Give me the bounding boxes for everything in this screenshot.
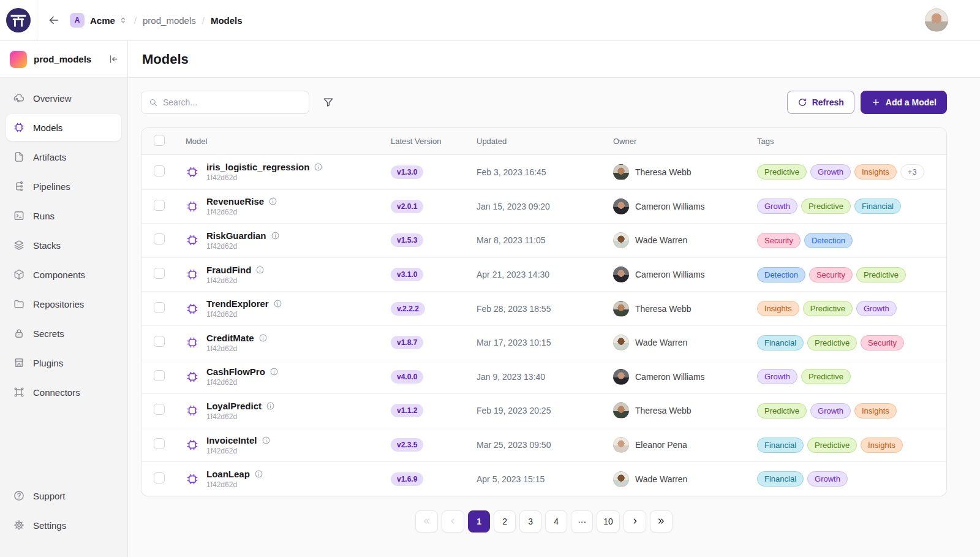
row-checkbox[interactable]	[154, 472, 165, 483]
add-model-button[interactable]: Add a Model	[861, 91, 947, 114]
user-avatar[interactable]	[925, 9, 948, 32]
tag-pill[interactable]: Growth	[810, 164, 851, 180]
model-name[interactable]: RevenueRise	[206, 196, 264, 207]
tag-pill[interactable]: Growth	[810, 403, 851, 419]
version-badge[interactable]: v2.3.5	[391, 438, 423, 452]
sidebar-item-secrets[interactable]: Secrets	[6, 320, 121, 347]
version-badge[interactable]: v1.5.3	[391, 233, 423, 247]
tag-pill[interactable]: Predictive	[757, 403, 807, 419]
tag-pill[interactable]: Growth	[757, 369, 797, 384]
model-name[interactable]: FraudFind	[206, 265, 251, 275]
model-name[interactable]: CashFlowPro	[206, 366, 265, 377]
tag-pill[interactable]: Financial	[757, 438, 804, 453]
sidebar-collapse-button[interactable]	[107, 53, 119, 65]
tag-pill[interactable]: Predictive	[757, 164, 807, 180]
row-checkbox[interactable]	[154, 302, 165, 313]
version-badge[interactable]: v1.3.0	[391, 165, 423, 179]
sidebar-item-plugins[interactable]: Plugins	[6, 349, 121, 376]
sidebar-item-stacks[interactable]: Stacks	[6, 232, 121, 259]
tag-pill[interactable]: Predictive	[801, 369, 851, 384]
page-button-4[interactable]: 4	[545, 510, 567, 532]
model-name[interactable]: LoyalPredict	[206, 401, 262, 411]
model-name[interactable]: TrendExplorer	[206, 298, 269, 309]
sidebar-item-pipelines[interactable]: Pipelines	[6, 173, 121, 200]
tag-pill[interactable]: Security	[757, 233, 801, 248]
row-checkbox[interactable]	[154, 200, 165, 211]
sidebar-item-support[interactable]: Support	[6, 482, 121, 509]
version-badge[interactable]: v1.1.2	[391, 404, 423, 417]
tag-pill[interactable]: Predictive	[803, 301, 853, 316]
version-badge[interactable]: v1.8.7	[391, 336, 423, 349]
page-button-next[interactable]	[624, 510, 646, 532]
page-button-1[interactable]: 1	[468, 510, 490, 532]
page-button-3[interactable]: 3	[519, 510, 541, 532]
project-name[interactable]: prod_models	[34, 54, 91, 64]
tag-pill[interactable]: Detection	[804, 233, 853, 248]
select-all-checkbox[interactable]	[154, 135, 165, 146]
tag-pill[interactable]: Growth	[807, 471, 848, 487]
filter-button[interactable]	[322, 96, 334, 108]
refresh-button[interactable]: Refresh	[787, 91, 854, 114]
tag-pill[interactable]: Predictive	[807, 335, 857, 350]
sidebar-item-components[interactable]: Components	[6, 261, 121, 288]
row-checkbox[interactable]	[154, 268, 165, 279]
row-checkbox[interactable]	[154, 336, 165, 347]
tag-pill[interactable]: Insights	[861, 438, 903, 453]
tag-pill[interactable]: Financial	[757, 335, 804, 350]
tag-pill[interactable]: Growth	[856, 301, 897, 316]
row-checkbox[interactable]	[154, 438, 165, 449]
info-icon[interactable]	[262, 436, 271, 445]
tag-pill[interactable]: Financial	[757, 471, 804, 487]
tag-pill[interactable]: Growth	[757, 199, 797, 214]
tag-pill[interactable]: Predictive	[807, 438, 857, 453]
org-name[interactable]: Acme	[90, 15, 115, 26]
tag-pill[interactable]: Detection	[757, 267, 805, 282]
row-checkbox[interactable]	[154, 233, 165, 244]
page-button-10[interactable]: 10	[597, 510, 620, 532]
version-badge[interactable]: v2.0.1	[391, 200, 423, 213]
tag-pill[interactable]: Predictive	[801, 199, 851, 214]
row-checkbox[interactable]	[154, 165, 165, 176]
sidebar-item-artifacts[interactable]: Artifacts	[6, 143, 121, 170]
breadcrumb-project[interactable]: prod_models	[143, 15, 196, 26]
page-button-first[interactable]	[415, 510, 438, 532]
sidebar-item-models[interactable]: Models	[6, 114, 121, 141]
tag-pill[interactable]: Insights	[757, 301, 799, 316]
info-icon[interactable]	[266, 401, 275, 411]
tag-pill[interactable]: Insights	[854, 403, 897, 419]
more-tags-pill[interactable]: +3	[900, 164, 924, 180]
sidebar-item-runs[interactable]: Runs	[6, 202, 121, 229]
row-checkbox[interactable]	[154, 370, 165, 381]
model-name[interactable]: RiskGuardian	[206, 230, 266, 241]
info-icon[interactable]	[258, 333, 268, 343]
sidebar-item-settings[interactable]: Settings	[6, 512, 121, 539]
version-badge[interactable]: v1.6.9	[391, 472, 423, 486]
tag-pill[interactable]: Security	[861, 335, 904, 350]
model-name[interactable]: CreditMate	[206, 333, 254, 343]
sidebar-item-repositories[interactable]: Repositories	[6, 290, 121, 317]
sidebar-item-connectors[interactable]: Connectors	[6, 379, 121, 406]
zenml-logo-icon[interactable]	[6, 8, 31, 32]
model-name[interactable]: LoanLeap	[206, 469, 250, 479]
page-button-2[interactable]: 2	[494, 510, 516, 532]
search-input[interactable]	[163, 97, 302, 107]
model-name[interactable]: InvoiceIntel	[206, 435, 257, 445]
info-icon[interactable]	[254, 469, 263, 479]
version-badge[interactable]: v4.0.0	[391, 370, 423, 384]
row-checkbox[interactable]	[154, 404, 165, 415]
sidebar-item-overview[interactable]: Overview	[6, 85, 121, 112]
page-button-prev[interactable]	[442, 510, 464, 532]
model-name[interactable]: iris_logistic_regression	[206, 162, 309, 172]
tag-pill[interactable]: Financial	[854, 199, 901, 214]
tag-pill[interactable]: Predictive	[856, 267, 906, 282]
back-button[interactable]	[45, 12, 62, 29]
org-switcher-button[interactable]	[118, 15, 128, 25]
tag-pill[interactable]: Insights	[854, 164, 897, 180]
info-icon[interactable]	[268, 197, 277, 206]
info-icon[interactable]	[270, 367, 279, 376]
info-icon[interactable]	[273, 299, 282, 308]
info-icon[interactable]	[314, 162, 323, 172]
tag-pill[interactable]: Security	[809, 267, 853, 282]
info-icon[interactable]	[255, 265, 265, 275]
page-button-last[interactable]	[650, 510, 673, 532]
